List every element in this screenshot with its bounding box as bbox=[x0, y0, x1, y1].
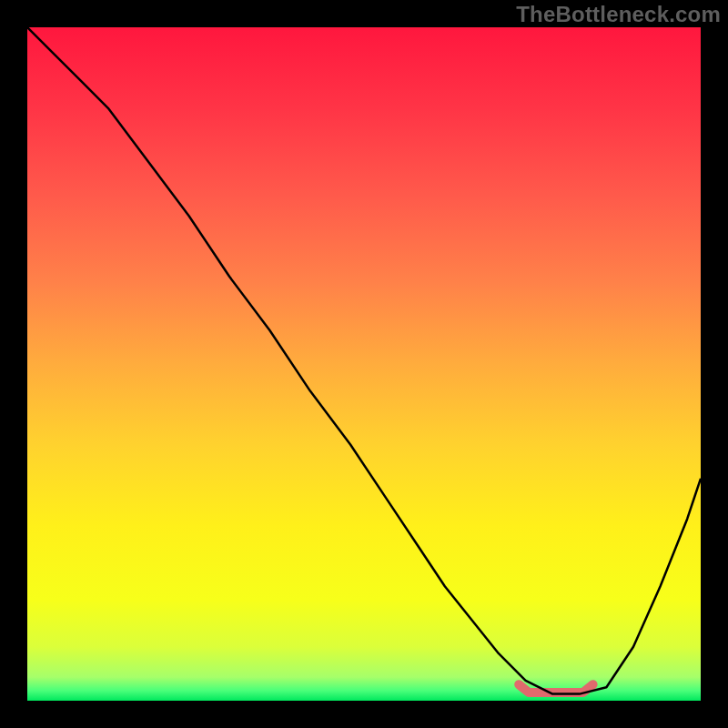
chart-svg bbox=[27, 27, 701, 701]
chart-frame: TheBottleneck.com bbox=[0, 0, 728, 728]
plot-area bbox=[27, 27, 701, 701]
heatmap-background bbox=[27, 27, 701, 701]
watermark-text: TheBottleneck.com bbox=[516, 2, 721, 27]
